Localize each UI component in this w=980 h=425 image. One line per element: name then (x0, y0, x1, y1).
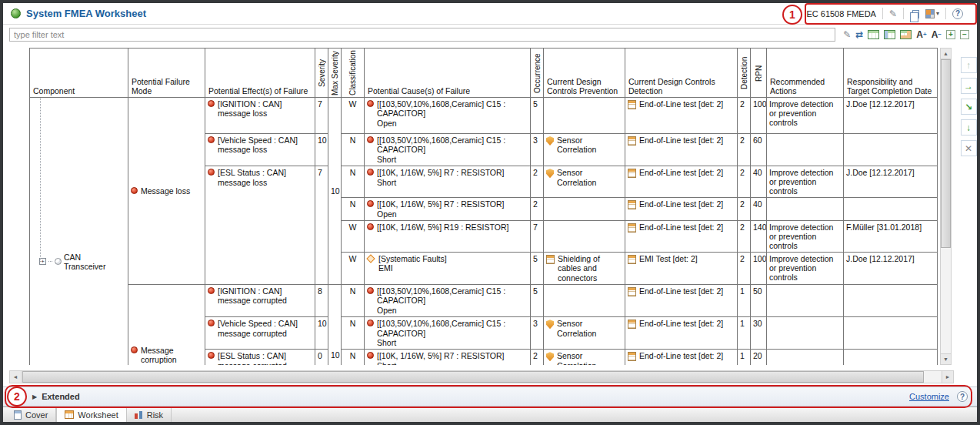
col-header-detection-controls[interactable]: Current Design Controls Detection (625, 49, 738, 98)
col-header-responsibility[interactable]: Responsibility and Target Completion Dat… (844, 49, 938, 98)
severity-cell[interactable]: 10 (315, 317, 328, 350)
detection-cell[interactable]: 2 (738, 98, 751, 134)
responsibility-cell[interactable] (844, 317, 938, 350)
occurrence-cell[interactable]: 2 (531, 198, 544, 221)
extended-panel-header[interactable]: ▶ Extended Customize ? (3, 387, 977, 407)
delete-row-button[interactable]: ✕ (961, 140, 977, 156)
effect-cell[interactable]: [ESL Status : CAN] message corrupted (205, 350, 315, 365)
responsibility-cell[interactable] (844, 198, 938, 221)
horizontal-scrollbar-track[interactable] (22, 371, 942, 383)
sync-columns-icon[interactable]: ⇄ (855, 29, 863, 40)
responsibility-cell[interactable] (844, 285, 938, 317)
detection-cell[interactable]: 1 (738, 317, 751, 350)
max-severity-cell[interactable]: 10 (328, 98, 342, 285)
col-header-occurrence[interactable]: Occurrence (531, 49, 544, 98)
fmeda-checkbox[interactable] (785, 9, 795, 18)
detection-control-cell[interactable]: End-of-Line test [det: 2] (625, 166, 738, 198)
customize-link[interactable]: Customize (909, 392, 949, 401)
help-icon[interactable]: ? (952, 8, 963, 19)
rpn-cell[interactable]: 40 (751, 198, 767, 221)
horizontal-scrollbar[interactable]: ◄ ► (9, 370, 954, 383)
scroll-down-button[interactable]: ▼ (941, 353, 951, 364)
severity-cell[interactable]: 10 (315, 134, 328, 166)
detection-control-cell[interactable]: End-of-Line test [det: 2] (625, 134, 738, 166)
occurrence-cell[interactable]: 2 (531, 350, 544, 365)
font-decrease-icon[interactable]: A− (932, 30, 942, 39)
classification-cell[interactable]: N (342, 285, 365, 317)
tab-cover[interactable]: Cover (6, 407, 56, 422)
cause-cell[interactable]: [[10K, 1/16W, 5%] R19 : RESISTOR] (365, 220, 531, 252)
detection-control-cell[interactable]: EMI Test [det: 2] (625, 252, 738, 284)
cause-cell[interactable]: [[103,50V,10%,1608,Ceramic] C15 : CAPACI… (365, 98, 531, 134)
rpn-cell[interactable]: 20 (751, 350, 767, 365)
cause-cell[interactable]: [[10K, 1/16W, 5%] R7 : RESISTOR]Short (365, 350, 531, 365)
detection-control-cell[interactable]: End-of-Line test [det: 2] (625, 198, 738, 221)
severity-cell[interactable]: 0 (315, 350, 328, 365)
prevention-cell[interactable]: Sensor Correlation (544, 317, 625, 350)
recommended-actions-cell[interactable]: Improve detection or prevention controls (767, 166, 844, 198)
cause-cell[interactable]: [[103,50V,10%,1608,Ceramic] C15 : CAPACI… (365, 317, 531, 350)
occurrence-cell[interactable]: 5 (531, 285, 544, 317)
col-header-severity[interactable]: Severity (315, 49, 328, 98)
failure-mode-cell[interactable]: Message loss (128, 98, 205, 285)
prevention-cell[interactable]: Sensor Correlation (544, 166, 625, 198)
classification-cell[interactable]: N (342, 350, 365, 365)
severity-cell[interactable]: 8 (315, 285, 328, 317)
cause-cell[interactable]: [[103,50V,10%,1608,Ceramic] C15 : CAPACI… (365, 134, 531, 166)
recommended-actions-cell[interactable] (767, 317, 844, 350)
add-child-button[interactable]: ↘ (961, 99, 977, 115)
table-layout-icon[interactable] (900, 30, 912, 39)
classification-cell[interactable]: N (342, 166, 365, 198)
move-down-button[interactable]: ↓ (961, 119, 977, 136)
detection-cell[interactable]: 2 (738, 166, 751, 198)
prevention-cell[interactable]: Sensor Correlation (544, 350, 625, 365)
responsibility-cell[interactable]: J.Doe [12.12.2017] (844, 252, 938, 284)
responsibility-cell[interactable]: J.Doe [12.12.2017] (844, 166, 938, 198)
effect-cell[interactable]: [Vehicle Speed : CAN] message loss (205, 134, 315, 166)
recommended-actions-cell[interactable]: Improve detection or prevention controls (767, 98, 844, 134)
help-icon[interactable]: ? (957, 391, 968, 402)
classification-cell[interactable]: N (342, 134, 365, 166)
scroll-right-button[interactable]: ► (942, 371, 953, 383)
occurrence-cell[interactable]: 3 (531, 317, 544, 350)
font-increase-icon[interactable]: A+ (916, 30, 926, 39)
occurrence-cell[interactable]: 3 (531, 134, 544, 166)
severity-cell[interactable]: 7 (315, 98, 328, 134)
detection-control-cell[interactable]: End-of-Line test [det: 2] (625, 317, 738, 350)
prevention-cell[interactable]: Sensor Correlation (544, 134, 625, 166)
collapse-all-icon[interactable]: − (960, 30, 969, 39)
rpn-cell[interactable]: 50 (751, 285, 767, 317)
rpn-cell[interactable]: 100 (751, 252, 767, 284)
responsibility-cell[interactable] (844, 350, 938, 365)
cause-cell[interactable]: [[10K, 1/16W, 5%] R7 : RESISTOR]Short (365, 166, 531, 198)
detection-control-cell[interactable]: End-of-Line test [det: 2] (625, 220, 738, 252)
detection-cell[interactable]: 1 (738, 285, 751, 317)
tab-worksheet[interactable]: Worksheet (56, 407, 126, 422)
prevention-cell[interactable] (544, 198, 625, 221)
rpn-cell[interactable]: 60 (751, 134, 767, 166)
occurrence-cell[interactable]: 7 (531, 220, 544, 252)
col-header-detection[interactable]: Detection (738, 49, 751, 98)
cause-cell[interactable]: [[103,50V,10%,1608,Ceramic] C15 : CAPACI… (365, 285, 531, 317)
freeze-columns-icon[interactable] (884, 30, 895, 39)
col-header-recommended-actions[interactable]: Recommended Actions (767, 49, 844, 98)
rpn-cell[interactable]: 140 (751, 220, 767, 252)
prevention-cell[interactable] (544, 220, 625, 252)
effect-cell[interactable]: [IGNITION : CAN] message loss (205, 98, 315, 134)
col-header-cause[interactable]: Potential Cause(s) of Failure (365, 49, 531, 98)
scroll-left-button[interactable]: ◄ (10, 371, 22, 383)
severity-cell[interactable]: 7 (315, 166, 328, 285)
responsibility-cell[interactable] (844, 134, 938, 166)
horizontal-scrollbar-thumb[interactable] (22, 371, 924, 383)
detection-cell[interactable]: 2 (738, 220, 751, 252)
col-header-failure-mode[interactable]: Potential Failure Mode (128, 49, 205, 98)
col-header-prevention[interactable]: Current Design Controls Prevention (544, 49, 625, 98)
move-up-button[interactable]: ↑ (961, 57, 977, 73)
add-sibling-button[interactable]: → (961, 78, 977, 94)
max-severity-cell[interactable]: 10 (328, 285, 342, 366)
effect-cell[interactable]: [ESL Status : CAN] message loss (205, 166, 315, 285)
classification-cell[interactable]: W (342, 252, 365, 284)
recommended-actions-cell[interactable] (767, 198, 844, 221)
detection-cell[interactable]: 2 (738, 134, 751, 166)
col-header-effect[interactable]: Potential Effect(s) of Failure (205, 49, 315, 98)
